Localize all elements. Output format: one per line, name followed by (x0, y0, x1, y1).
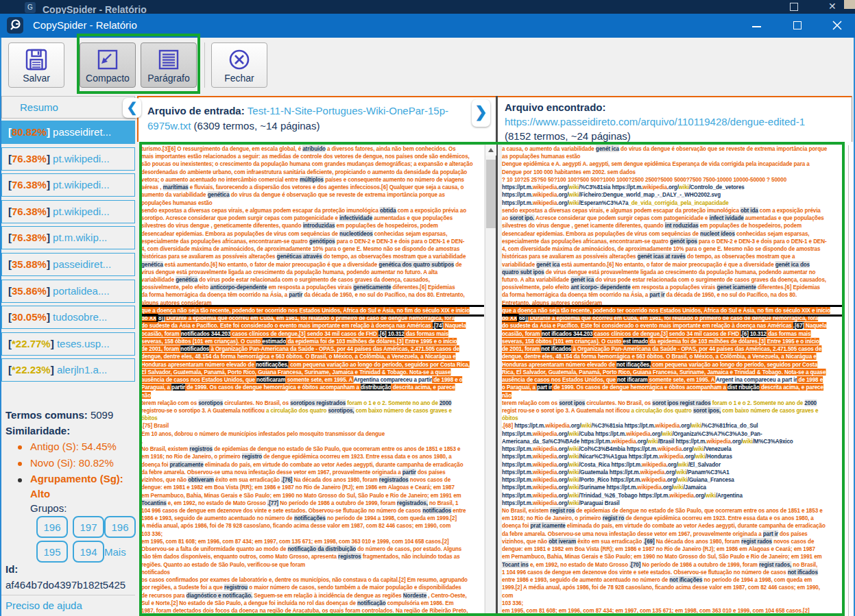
close-circle-icon (228, 48, 251, 71)
text-line: futuro. A alta variabilidade genét ica d… (502, 276, 845, 284)
text-line: Sul e Norte.[2] No estado de São Paulo, … (141, 600, 484, 607)
compact-icon (96, 48, 119, 71)
text-line: https://pt.m.wikipedia.org/wiki/Suriname… (502, 484, 845, 491)
scroll-up-button[interactable] (485, 145, 496, 156)
group-button[interactable]: 196 (36, 516, 68, 538)
compact-button-label: Compacto (80, 73, 135, 84)
text-line: em Pernambuco, Bahia, Minas Gerais e São… (141, 492, 484, 500)
text-line: Dengue epidêmica e A. aegypti A. aegypti… (502, 160, 845, 168)
text-line: óbitos (502, 415, 845, 422)
text-line: desordenadas do ambiente urbano, com inf… (141, 169, 484, 176)
save-button[interactable]: Salvar (8, 42, 64, 88)
compact-button[interactable]: Compacto (80, 42, 136, 88)
result-item[interactable]: [35.88%] passeidiret... (1, 253, 135, 276)
text-line: sendo expostas a diversas cepas virais, … (141, 207, 484, 214)
expand-panel-button[interactable]: ❯ (472, 99, 490, 127)
text-line: de 2001, foram not ificados à Organizaçã… (502, 345, 845, 353)
text-line: ocasião, foram notificados 344.203 casos… (141, 330, 484, 338)
text-line: do XX[68]] Durante a epidemia que ocorre… (502, 315, 845, 322)
text-line: ? 10 10?25 25?50 50?100 100?500 500?1000… (502, 176, 845, 184)
text-line: dengue: em 1981 e 1982 em Boa Vista (RR)… (502, 545, 845, 553)
group-button[interactable]: 195 (36, 541, 68, 563)
text-line: ao sorot ipo. Acresce considerar que pod… (502, 214, 845, 222)
text-line: variabilidade genética do vírus pode est… (141, 276, 484, 284)
result-item[interactable]: [*22.23%] alerjln1.a... (1, 358, 135, 382)
close-button[interactable] (827, 14, 847, 38)
maximize-button[interactable] (787, 14, 808, 38)
text-line: silvestres do vírus dengue , geneticamen… (141, 222, 484, 230)
found-file-link[interactable]: https://www.passeidireto.com/arquivo/110… (505, 116, 805, 127)
input-file-link[interactable]: Test-11-N-Site-Portugues-Wiki-OnePar-15p… (248, 105, 448, 116)
text-line: Dengue por 100 000 habitantes em 2002. s… (502, 169, 845, 176)
text-line: históricas para se avaliarem as possívei… (502, 253, 845, 260)
text-line: não (141, 392, 484, 399)
similarity-antigo: Antigo (S): 54.45% (30, 441, 117, 452)
result-item[interactable]: [*22.77%] teses.usp... (1, 332, 135, 356)
text-line: óbitos (141, 415, 484, 422)
text-line: 1999.[2] A média anual, após 1986, foi d… (502, 584, 845, 591)
text-line: severas, 158 óbitos (101 em crianças). O… (141, 338, 484, 345)
text-line: regist rou-se o sorot ipo 3. A Guatemala… (502, 407, 845, 415)
text-line: . (141, 438, 484, 445)
copyspider-logo-icon (7, 17, 23, 34)
more-groups-link[interactable]: Mais (104, 546, 126, 558)
result-item[interactable]: [76.38%] pt.m.wikip... (1, 226, 135, 249)
paragraph-button[interactable]: Parágrafo (141, 42, 197, 88)
arrow-up-icon (488, 148, 494, 152)
chevron-right-icon: ❯ (474, 103, 487, 121)
text-line: doença foi praticamente eliminada do paí… (141, 461, 484, 469)
scrollbar[interactable] (485, 145, 496, 616)
text-line: entre 1986 e 1993, seguido de aumento ac… (502, 576, 845, 584)
text-line: .[75] Brasil (141, 422, 484, 430)
result-item[interactable]: [76.38%] pt.wikipedi... (1, 147, 135, 171)
text-line: possivelmente, pelo efeito ant icorpo- d… (502, 284, 845, 291)
text-line: Rica, El Salvador, Guatemala, Panamá, Po… (502, 369, 845, 376)
text-line: https://pt.m.wikipedia.org/wiki/Esperan%… (502, 199, 845, 207)
text-line: No Brasil, existem registros de epidemia… (141, 445, 484, 453)
text-line: em 1995, com 81 608; em 1996, com 87 434… (502, 607, 845, 615)
result-item[interactable]: [80.82%] passeidiret... (1, 121, 135, 144)
help-link[interactable]: Preciso de ajuda (5, 600, 82, 611)
text-line: da forma hemorrágica da doença têm ocorr… (502, 291, 845, 299)
text-line: https://pt.m.wikipedia.org/wiki/Trinidad… (502, 492, 845, 500)
text-line: Tocant ins e, em 1992, no estado de Mato… (502, 561, 845, 569)
window-title: CopySpider - Relatório (33, 19, 137, 31)
similarity-agrupamento-value: Alto (30, 488, 50, 500)
bullet-icon (18, 478, 22, 482)
collapse-sidebar-button[interactable]: ❮ (123, 98, 141, 118)
result-item[interactable]: [76.38%] pt.wikipedi... (1, 173, 135, 197)
text-line: genética está aumentando.[6] No entanto,… (141, 261, 484, 269)
text-line: são poucas ou inexistentes; o cresciment… (141, 160, 484, 168)
group-button[interactable]: 197 (73, 516, 104, 538)
scrollbar-thumb[interactable] (486, 160, 496, 228)
text-line: sorotipo. Acresce considerar que podem s… (141, 214, 484, 222)
text-line: silvestres do vírus dengue , genet icame… (502, 222, 845, 230)
text-line: possivelmente, pelo efeito anticorpo-dep… (141, 284, 484, 291)
text-line: vetora; o aumento acentuado no intercâmb… (141, 176, 484, 184)
text-line: Em 10 anos, dobrou o número de município… (141, 430, 484, 438)
found-file-panel-header: Arquivo encontrado: https://www.passeidi… (497, 96, 852, 142)
text-line: 1987, foram detectados dois focos da doe… (141, 607, 484, 615)
text-line: aéreas , marítimas e fluviais, favorecen… (141, 184, 484, 191)
found-file-label: Arquivo encontrado: (505, 101, 606, 113)
close-report-button-label: Fechar (212, 73, 267, 84)
text-line: sendo expostas a diversas cepas virais, … (502, 207, 845, 214)
input-file-label: Arquivo de entrada: (147, 105, 248, 116)
panel-divider (496, 96, 498, 616)
report-id-value: af464b7do4397b182t5425 (5, 579, 125, 591)
close-icon: ✕ (828, 1, 838, 10)
result-item[interactable]: [76.38%] pt.wikipedi... (1, 200, 135, 223)
text-line: quatro subt ipos de vírus dengue está pr… (502, 269, 845, 276)
group-button[interactable]: 196 (104, 516, 136, 538)
resumo-label: Resumo (20, 101, 58, 113)
groups-label: Grupos: (30, 502, 67, 514)
group-button[interactable]: 194 (73, 541, 104, 563)
text-line: Paraguai, a partir de 1999. Os casos de … (141, 384, 484, 391)
close-report-button[interactable]: Fechar (211, 42, 267, 88)
minimize-button[interactable] (746, 14, 767, 38)
input-file-link2[interactable]: 6975w.txt (147, 120, 191, 132)
common-terms: Termos comuns: 5099 (5, 409, 113, 421)
result-item[interactable]: [30.05%] tudosobre... (1, 306, 135, 329)
result-item[interactable]: [35.86%] portalidea.... (1, 280, 135, 303)
paragraph-button-label: Parágrafo (141, 73, 196, 84)
